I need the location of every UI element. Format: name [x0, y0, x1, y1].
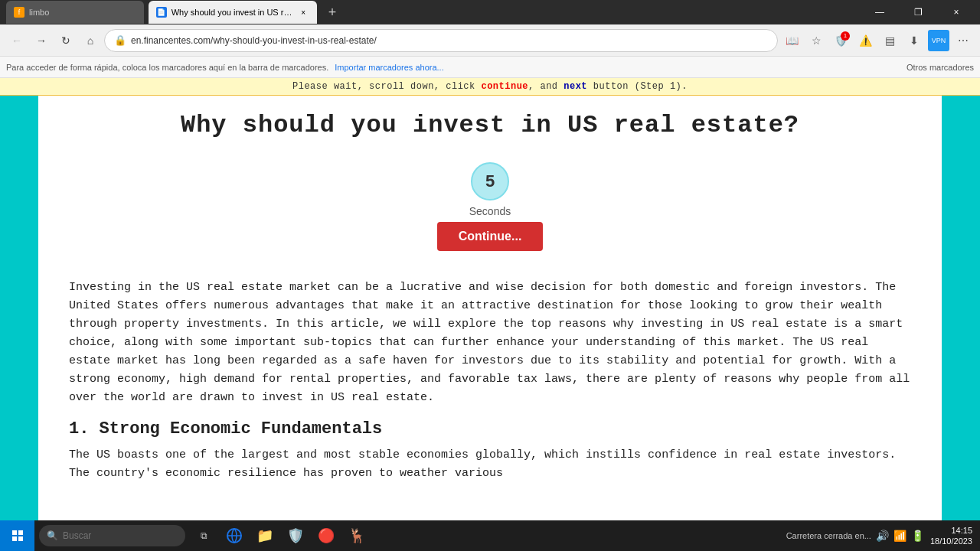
notification-text-middle: , and [528, 81, 564, 92]
speaker-icon[interactable]: 🔊 [876, 530, 889, 542]
bookmarks-bar: Para acceder de forma rápida, coloca los… [0, 57, 980, 78]
browser-taskbar-icon[interactable] [220, 522, 248, 549]
tab1-favicon: f [14, 7, 24, 18]
taskbar-icons: ⧉ 📁 🛡️ 🔴 🦌 [190, 522, 371, 549]
svg-rect-3 [18, 536, 23, 541]
start-button[interactable] [0, 520, 34, 551]
taskview-button[interactable]: ⧉ [190, 522, 217, 549]
menu-button[interactable]: ⋯ [952, 30, 974, 51]
tab2-label: Why should you invest in US re... [172, 8, 293, 17]
tab-limbo[interactable]: f limbo [6, 1, 144, 24]
back-button[interactable]: ← [6, 30, 28, 51]
shield-taskbar-icon[interactable]: 🛡️ [282, 522, 309, 549]
system-clock[interactable]: 14:15 18/10/2023 [930, 525, 972, 547]
taskbar: 🔍 ⧉ 📁 🛡️ 🔴 🦌 Carretera cerrada en... 🔊 📶… [0, 520, 980, 551]
close-button[interactable]: × [939, 0, 974, 24]
notification-text-before: Please wait, scroll down, click [292, 81, 481, 92]
minimize-button[interactable]: — [862, 0, 897, 24]
tray-notification-text: Carretera cerrada en... [786, 531, 871, 540]
notification-text-after: button (Step 1). [587, 81, 688, 92]
reader-mode-button[interactable]: 📖 [781, 30, 802, 51]
tab2-close-button[interactable]: × [297, 6, 309, 18]
countdown-area: 5 Seconds Continue... [69, 162, 911, 266]
seconds-label: Seconds [469, 205, 511, 217]
taskbar-search[interactable]: 🔍 [39, 525, 185, 546]
svg-rect-2 [12, 536, 17, 541]
article-body-text: Investing in the US real estate market c… [69, 279, 911, 407]
shield-button[interactable]: 🛡️ 1 [830, 30, 851, 51]
notification-next-word: next [564, 81, 587, 92]
battery-icon[interactable]: 🔋 [911, 530, 924, 542]
sidebar-button[interactable]: ▤ [879, 30, 900, 51]
countdown-circle: 5 [471, 162, 509, 201]
tab-article[interactable]: 📄 Why should you invest in US re... × [149, 1, 317, 24]
page-content: Why should you invest in US real estate?… [0, 96, 980, 520]
new-tab-button[interactable]: + [322, 2, 343, 23]
favorites-button[interactable]: ☆ [805, 30, 827, 51]
other-app-icon[interactable]: 🔴 [312, 522, 340, 549]
animal-icon[interactable]: 🦌 [343, 522, 371, 549]
nav-right-icons: 📖 ☆ 🛡️ 1 ⚠️ ▤ ⬇ VPN ⋯ [781, 30, 974, 51]
taskbar-right: Carretera cerrada en... 🔊 📶 🔋 14:15 18/1… [786, 525, 980, 547]
import-bookmarks-link[interactable]: Importar marcadores ahora... [335, 63, 443, 72]
title-bar: f limbo 📄 Why should you invest in US re… [0, 0, 980, 24]
clock-date: 18/10/2023 [930, 536, 972, 546]
svg-rect-0 [12, 530, 17, 535]
refresh-button[interactable]: ↻ [55, 30, 77, 51]
notification-bar: Please wait, scroll down, click continue… [0, 78, 980, 96]
network-icon[interactable]: 📶 [893, 530, 906, 542]
article-title: Why should you invest in US real estate? [69, 111, 911, 139]
other-bookmarks-label: Otros marcadores [906, 63, 974, 72]
window-controls: — ❐ × [862, 0, 974, 24]
shield-badge: 1 [841, 31, 850, 41]
tab1-label: limbo [29, 8, 49, 17]
downloads-button[interactable]: ⬇ [903, 30, 925, 51]
bookmarks-label: Para acceder de forma rápida, coloca los… [6, 63, 328, 72]
system-tray: Carretera cerrada en... 🔊 📶 🔋 [786, 530, 924, 542]
forward-button[interactable]: → [31, 30, 52, 51]
browser-window: f limbo 📄 Why should you invest in US re… [0, 0, 980, 520]
navigation-bar: ← → ↻ ⌂ 🔒 en.financentes.com/why-should-… [0, 24, 980, 57]
search-icon: 🔍 [47, 530, 58, 541]
svg-rect-1 [18, 530, 23, 535]
notification-continue-word: continue [481, 81, 528, 92]
article-content: Why should you invest in US real estate?… [38, 96, 942, 520]
tab2-favicon: 📄 [156, 7, 167, 18]
home-button[interactable]: ⌂ [80, 30, 101, 51]
vpn-button[interactable]: VPN [928, 30, 949, 51]
url-text: en.financentes.com/why-should-you-invest… [131, 35, 768, 46]
explorer-button[interactable]: 📁 [251, 522, 279, 549]
maximize-button[interactable]: ❐ [900, 0, 936, 24]
section1-heading: 1. Strong Economic Fundamentals [69, 419, 911, 439]
clock-time: 14:15 [930, 525, 972, 536]
section1-text: The US boasts one of the largest and mos… [69, 446, 911, 483]
continue-button[interactable]: Continue... [437, 222, 544, 251]
address-bar[interactable]: 🔒 en.financentes.com/why-should-you-inve… [104, 29, 778, 52]
search-input[interactable] [63, 530, 178, 541]
warning-button[interactable]: ⚠️ [854, 30, 876, 51]
